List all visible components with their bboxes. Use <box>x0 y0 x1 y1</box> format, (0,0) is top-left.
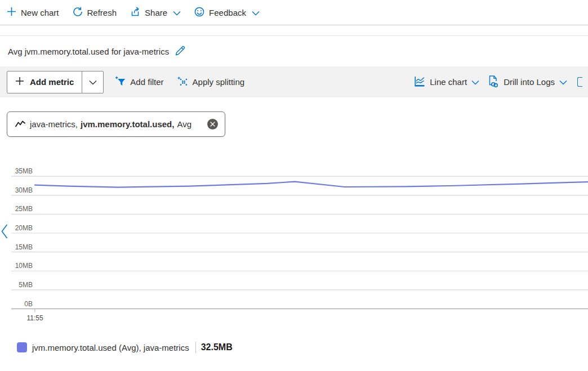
metric-pill-metric: jvm.memory.total.used, <box>81 119 174 129</box>
apply-splitting-button[interactable]: Apply splitting <box>177 77 245 88</box>
svg-text:5MB: 5MB <box>19 281 33 289</box>
share-label: Share <box>145 8 167 17</box>
toolbar-right-group: Line chart Drill into Logs <box>414 75 582 89</box>
legend-swatch <box>17 342 27 352</box>
metric-pill-resource: java-metrics, <box>30 119 78 129</box>
share-button[interactable]: Share <box>130 7 181 18</box>
svg-text:20MB: 20MB <box>15 224 33 232</box>
add-filter-label: Add filter <box>130 77 163 87</box>
splitting-icon <box>177 77 188 88</box>
refresh-icon <box>73 7 83 19</box>
chevron-down-icon <box>89 77 97 87</box>
metric-pill-text: java-metrics, jvm.memory.total.used, Avg <box>30 119 191 129</box>
chart-type-label: Line chart <box>430 77 467 87</box>
chevron-down-icon <box>559 77 567 87</box>
smiley-icon <box>194 7 204 19</box>
legend-label: jvm.memory.total.used (Avg), java-metric… <box>32 343 189 352</box>
sparkline-icon <box>15 119 25 129</box>
apply-splitting-label: Apply splitting <box>193 77 245 87</box>
remove-metric-button[interactable] <box>207 119 218 129</box>
metric-pill-aggregation: Avg <box>177 119 191 129</box>
svg-text:0B: 0B <box>24 300 33 308</box>
chart-title-row: Avg jvm.memory.total.used for java-metri… <box>0 35 588 66</box>
filter-add-icon <box>115 76 126 88</box>
collapse-panel-chevron-icon[interactable] <box>1 224 8 241</box>
close-icon <box>210 120 215 128</box>
add-metric-main[interactable]: Add metric <box>7 71 82 93</box>
metric-toolbar: Add metric Add filter Apply splitting Li… <box>0 66 588 97</box>
chart-type-selector[interactable]: Line chart <box>414 76 479 88</box>
legend-value: 32.5MB <box>201 342 233 352</box>
svg-text:35MB: 35MB <box>15 167 33 175</box>
metric-pill[interactable]: java-metrics, jvm.memory.total.used, Avg <box>7 111 225 137</box>
svg-text:11:55: 11:55 <box>26 314 43 322</box>
chart-legend[interactable]: jvm.memory.total.used (Avg), java-metric… <box>17 340 233 355</box>
feedback-label: Feedback <box>209 8 246 17</box>
svg-text:30MB: 30MB <box>15 186 33 194</box>
feedback-button[interactable]: Feedback <box>194 7 260 19</box>
new-chart-button[interactable]: New chart <box>7 7 59 18</box>
command-bar: New chart Refresh Share Feedback <box>0 0 588 25</box>
drill-logs-icon <box>488 75 499 89</box>
add-metric-label: Add metric <box>30 77 74 87</box>
svg-text:25MB: 25MB <box>15 205 33 213</box>
svg-text:15MB: 15MB <box>15 243 33 251</box>
legend-divider <box>195 342 196 353</box>
plus-icon <box>15 77 24 87</box>
share-icon <box>130 7 140 18</box>
refresh-button[interactable]: Refresh <box>73 7 117 19</box>
line-chart-icon <box>414 76 425 88</box>
chevron-down-icon <box>252 8 260 17</box>
chart-title: Avg jvm.memory.total.used for java-metri… <box>8 47 169 56</box>
svg-text:10MB: 10MB <box>15 262 33 270</box>
chevron-down-icon <box>173 8 181 17</box>
new-chart-label: New chart <box>21 8 59 17</box>
refresh-label: Refresh <box>87 8 117 17</box>
add-metric-dropdown[interactable] <box>82 71 103 93</box>
plus-icon <box>7 7 16 18</box>
chevron-down-icon <box>471 77 479 87</box>
add-filter-button[interactable]: Add filter <box>115 76 163 88</box>
drill-into-logs-button[interactable]: Drill into Logs <box>488 75 567 89</box>
edit-pencil-icon[interactable] <box>175 45 186 58</box>
add-metric-button: Add metric <box>7 71 104 93</box>
clipped-toolbar-icon[interactable] <box>577 77 582 87</box>
metrics-line-chart[interactable]: 35MB30MB25MB20MB15MB10MB5MB0B11:55 <box>0 166 588 329</box>
drill-into-logs-label: Drill into Logs <box>504 77 555 87</box>
